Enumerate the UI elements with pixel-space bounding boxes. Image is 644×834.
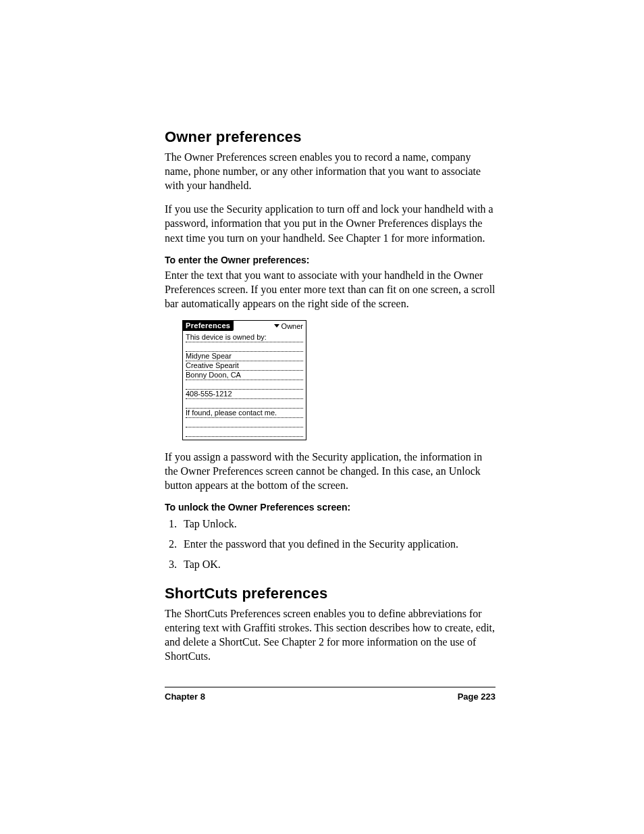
owner-text-area[interactable]: This device is owned by: Midyne Spear Cr… (183, 332, 306, 440)
screenshot-titlebar: Preferences Owner (183, 321, 306, 332)
enter-owner-body: Enter the text that you want to associat… (165, 268, 495, 311)
shortcuts-heading: ShortCuts preferences (165, 585, 495, 602)
step-2: Enter the password that you defined in t… (180, 536, 495, 553)
owner-line (186, 342, 303, 352)
enter-owner-subhead: To enter the Owner preferences: (165, 255, 495, 265)
owner-line: This device is owned by: (186, 333, 303, 342)
footer-chapter: Chapter 8 (165, 692, 205, 702)
owner-prefs-heading: Owner preferences (165, 128, 495, 146)
manual-page: Owner preferences The Owner Preferences … (0, 0, 644, 834)
screenshot-title: Preferences (183, 321, 234, 331)
owner-line: 408-555-1212 (186, 390, 303, 399)
owner-prefs-screenshot: Preferences Owner This device is owned b… (182, 320, 306, 440)
screenshot-menu-label: Owner (281, 322, 303, 330)
owner-prefs-intro-1: The Owner Preferences screen enables you… (165, 150, 495, 192)
unlock-steps: Tap Unlock. Enter the password that you … (165, 515, 495, 573)
owner-line (186, 418, 303, 427)
owner-line: Midyne Spear (186, 352, 303, 361)
owner-line: Bonny Doon, CA (186, 371, 303, 380)
dropdown-triangle-icon (274, 324, 279, 328)
owner-line (186, 399, 303, 409)
page-footer: Chapter 8 Page 223 (165, 687, 495, 702)
screenshot-menu[interactable]: Owner (274, 322, 306, 330)
owner-line: Creative Spearit (186, 361, 303, 371)
shortcuts-intro: The ShortCuts Preferences screen enables… (165, 606, 495, 663)
owner-prefs-intro-2: If you use the Security application to t… (165, 202, 495, 244)
owner-locked-note: If you assign a password with the Securi… (165, 450, 495, 492)
owner-line: If found, please contact me. (186, 409, 303, 418)
unlock-owner-subhead: To unlock the Owner Preferences screen: (165, 502, 495, 513)
footer-page: Page 223 (458, 692, 495, 702)
step-1: Tap Unlock. (180, 515, 495, 533)
owner-line (186, 380, 303, 390)
owner-line (186, 427, 303, 437)
step-3: Tap OK. (180, 556, 495, 573)
